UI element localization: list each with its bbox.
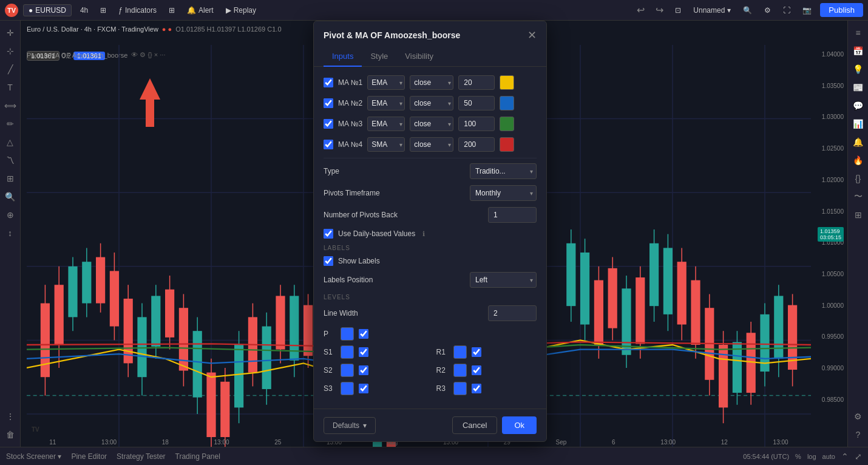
ma1-type-select[interactable]: EMASMAWMA	[367, 75, 405, 90]
data-window[interactable]: 📊	[850, 115, 867, 132]
level-r1-color[interactable]	[453, 345, 467, 359]
help-button[interactable]: ?	[850, 426, 867, 443]
expand-panels-full[interactable]: ⤢	[855, 452, 862, 461]
show-labels-checkbox[interactable]	[324, 256, 333, 266]
level-r1-checkbox[interactable]	[472, 347, 481, 357]
indicators-panel[interactable]: 〜	[850, 188, 867, 205]
magnet-tool[interactable]: ⊕	[2, 206, 19, 223]
ma1-source-select[interactable]: closeopenhighlow	[410, 75, 453, 90]
pivots-back-input[interactable]	[488, 207, 537, 223]
level-r2-checkbox[interactable]	[472, 365, 481, 375]
ma2-source-select[interactable]: close	[410, 96, 453, 110]
dom-panel[interactable]: ⊞	[850, 206, 867, 223]
line-width-input[interactable]	[488, 305, 537, 321]
crosshair-tool[interactable]: ⊹	[2, 42, 19, 59]
level-s2-checkbox[interactable]	[359, 365, 368, 375]
more-tools[interactable]: ⋮	[2, 408, 19, 425]
zoom-tool[interactable]: 🔍	[2, 188, 19, 205]
chart-type-selector[interactable]: ⊞	[97, 4, 110, 16]
ma4-type-select[interactable]: SMAEMA	[367, 137, 405, 152]
settings-button[interactable]: ⚙	[761, 4, 775, 16]
indicators-button[interactable]: ƒ Indicators	[115, 4, 160, 16]
log-toggle[interactable]: log	[807, 453, 816, 460]
level-s3-checkbox[interactable]	[359, 384, 368, 393]
trading-panel-button[interactable]: Trading Panel	[175, 452, 220, 461]
cancel-button[interactable]: Cancel	[452, 416, 497, 434]
ma1-checkbox[interactable]	[324, 78, 333, 87]
labels-position-select[interactable]: LeftRight	[470, 272, 537, 288]
publish-button[interactable]: Publish	[820, 3, 863, 17]
percent-toggle[interactable]: %	[795, 453, 801, 460]
level-r3-color[interactable]	[453, 382, 467, 395]
tab-inputs[interactable]: Inputs	[324, 47, 362, 67]
stock-screener-button[interactable]: Stock Screener ▾	[6, 452, 61, 461]
ma3-checkbox[interactable]	[324, 119, 333, 129]
ma2-value-input[interactable]	[458, 96, 495, 110]
text-tool[interactable]: T	[2, 79, 19, 96]
expand-panels-up[interactable]: ⌃	[841, 452, 849, 461]
ma3-color-swatch[interactable]	[500, 117, 514, 131]
expand-button[interactable]: ⊡	[671, 4, 685, 16]
type-select[interactable]: Traditio...	[470, 163, 537, 179]
watchlist-button[interactable]: ≡	[850, 24, 867, 41]
hotlist[interactable]: 🔥	[850, 152, 867, 169]
ideas-button[interactable]: 💡	[850, 61, 867, 78]
chat-button[interactable]: 💬	[850, 97, 867, 114]
ma3-source-select[interactable]: close	[410, 117, 453, 131]
shape-tool[interactable]: △	[2, 134, 19, 151]
level-p-color[interactable]	[341, 327, 354, 341]
modal-close-button[interactable]: ✕	[527, 30, 537, 41]
ma2-checkbox[interactable]	[324, 98, 333, 108]
fullscreen-button[interactable]: ⛶	[779, 4, 794, 16]
level-s2-color[interactable]	[341, 364, 354, 377]
ruler-tool[interactable]: ⟺	[2, 97, 19, 114]
fib-tool[interactable]: 〽	[2, 152, 19, 169]
ma3-type-select[interactable]: EMASMA	[367, 117, 405, 131]
ma4-checkbox[interactable]	[324, 140, 333, 149]
level-r2-color[interactable]	[453, 364, 467, 377]
alert-button[interactable]: 🔔 Alert	[183, 4, 217, 16]
strategy-tester-button[interactable]: Strategy Tester	[117, 452, 165, 461]
ma1-value-input[interactable]	[458, 75, 495, 90]
level-s3-color[interactable]	[341, 382, 354, 395]
level-r3-checkbox[interactable]	[472, 384, 481, 393]
replay-button[interactable]: ▶ Replay	[222, 4, 260, 16]
pattern-tool[interactable]: ⊞	[2, 170, 19, 187]
ma4-value-input[interactable]	[458, 137, 495, 152]
pivots-timeframe-select[interactable]: MonthlyWeeklyDaily	[470, 185, 537, 201]
level-s1-checkbox[interactable]	[359, 347, 368, 357]
tab-visibility[interactable]: Visibility	[396, 47, 442, 67]
tab-style[interactable]: Style	[362, 47, 396, 67]
unnamed-dropdown[interactable]: Unnamed ▾	[690, 4, 734, 16]
search-button[interactable]: 🔍	[739, 4, 756, 16]
drawing-tool[interactable]: ✏	[2, 115, 19, 132]
symbol-selector[interactable]: ● EURUSD	[23, 4, 72, 16]
level-s1-color[interactable]	[341, 345, 354, 359]
pine-script[interactable]: {}	[850, 170, 867, 187]
level-p-checkbox[interactable]	[359, 329, 368, 339]
ma4-source-select[interactable]: close	[410, 137, 453, 152]
alert-list[interactable]: 🔔	[850, 134, 867, 151]
auto-toggle[interactable]: auto	[822, 453, 835, 460]
defaults-button[interactable]: Defaults ▾	[324, 417, 376, 434]
screenshot-button[interactable]: 📷	[799, 4, 815, 16]
calendar-button[interactable]: 📅	[850, 42, 867, 59]
timezone-settings[interactable]: ⚙	[850, 408, 867, 425]
trendline-tool[interactable]: ╱	[2, 61, 19, 78]
pine-editor-button[interactable]: Pine Editor	[71, 452, 107, 461]
cursor-tool[interactable]: ✛	[2, 24, 19, 41]
use-daily-checkbox[interactable]	[324, 229, 333, 239]
arrow-tool[interactable]: ↕	[2, 225, 19, 242]
timeframe-selector[interactable]: 4h	[76, 4, 92, 16]
undo-button[interactable]: ↩	[634, 2, 648, 18]
templates-button[interactable]: ⊞	[165, 4, 178, 16]
trash-tool[interactable]: 🗑	[2, 426, 19, 443]
ma2-type-select[interactable]: EMASMA	[367, 96, 405, 110]
redo-button[interactable]: ↪	[653, 2, 666, 18]
news-button[interactable]: 📰	[850, 79, 867, 96]
ma1-color-swatch[interactable]	[500, 75, 514, 90]
ok-button[interactable]: Ok	[502, 416, 537, 434]
ma4-color-swatch[interactable]	[500, 137, 514, 152]
ma3-value-input[interactable]	[458, 117, 495, 131]
ma2-color-swatch[interactable]	[500, 96, 514, 110]
